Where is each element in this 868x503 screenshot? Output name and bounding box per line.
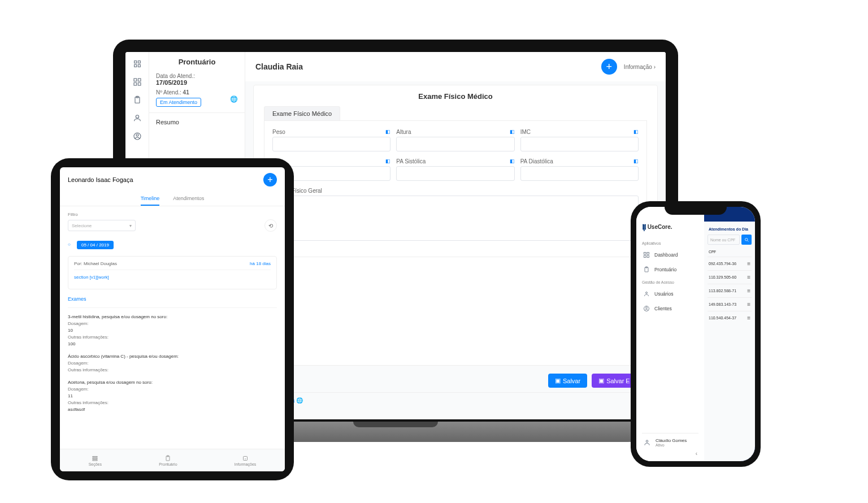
field-exame-geral: Exame Físico Geral bbox=[272, 188, 639, 242]
drawer-user[interactable]: Cláudio Gomes Ativo bbox=[642, 433, 698, 448]
dashboard-icon[interactable] bbox=[132, 77, 142, 87]
person-icon[interactable] bbox=[132, 131, 142, 141]
textarea-exame-geral[interactable] bbox=[272, 196, 639, 241]
table-row[interactable]: 092.435.794-36≡ bbox=[708, 257, 752, 270]
filter-select[interactable]: Selecione▾ bbox=[68, 220, 136, 231]
patient-name: Claudia Raia bbox=[255, 62, 303, 71]
side-panel-title: Prontuário bbox=[156, 58, 238, 66]
table-row[interactable]: 113.802.588-71≡ bbox=[708, 284, 752, 297]
clipboard-icon[interactable] bbox=[132, 95, 142, 105]
svg-point-10 bbox=[136, 115, 138, 118]
save-icon: ▣ bbox=[555, 377, 561, 384]
field-icon[interactable]: ◧ bbox=[385, 129, 390, 135]
table-row[interactable]: 149.083.143-73≡ bbox=[708, 297, 752, 311]
exam-item: Acetona, pesquisa e/ou dosagem no soro:D… bbox=[68, 379, 277, 413]
input-pa-dia[interactable] bbox=[520, 166, 639, 181]
row-menu-icon[interactable]: ≡ bbox=[747, 301, 750, 307]
users-icon[interactable] bbox=[132, 113, 142, 123]
svg-rect-5 bbox=[138, 79, 141, 81]
nav-prontuario[interactable]: Prontuário bbox=[159, 455, 177, 466]
logo-icon[interactable] bbox=[132, 59, 142, 69]
svg-rect-23 bbox=[644, 255, 646, 258]
svg-rect-3 bbox=[138, 64, 140, 67]
svg-point-31 bbox=[745, 238, 748, 241]
add-button[interactable]: + bbox=[601, 59, 617, 75]
chevron-down-icon: ▾ bbox=[129, 223, 132, 228]
svg-rect-1 bbox=[138, 61, 140, 63]
release-icon: ▣ bbox=[598, 377, 604, 384]
table-row[interactable]: 110.540.454-37≡ bbox=[708, 311, 752, 324]
row-menu-icon[interactable]: ≡ bbox=[747, 288, 750, 294]
input-peso[interactable] bbox=[272, 137, 390, 151]
exame-fisico-link[interactable]: Exame Físico bbox=[245, 408, 666, 419]
row-menu-icon[interactable]: ≡ bbox=[747, 261, 750, 267]
filter-label: Filtro bbox=[68, 212, 277, 217]
svg-point-30 bbox=[646, 440, 648, 443]
sync-button[interactable]: ⟲ bbox=[264, 219, 277, 232]
form-area: Peso◧ Altura◧ IMC◧ bbox=[264, 120, 647, 257]
section-aplicativos: Aplicativos bbox=[642, 241, 698, 245]
field-icon[interactable]: ◧ bbox=[385, 158, 390, 164]
svg-rect-22 bbox=[647, 253, 649, 255]
svg-rect-2 bbox=[134, 64, 136, 67]
field-pa-diastolica: PA Diastólica◧ bbox=[520, 158, 639, 181]
nav-informacoes[interactable]: Informações bbox=[235, 455, 257, 466]
tab-timeline[interactable]: Timeline bbox=[141, 192, 160, 206]
row-menu-icon[interactable]: ≡ bbox=[747, 274, 750, 280]
input-pa-sis[interactable] bbox=[396, 166, 514, 181]
section-link[interactable]: section [v1][work] bbox=[74, 270, 271, 284]
patient-name: Leonardo Isaac Fogaça bbox=[68, 176, 133, 183]
phone-bezel: ⁞|⁞ UseCore. Aplicativos Dashboard Pront… bbox=[631, 201, 761, 467]
field-imc: IMC◧ bbox=[520, 129, 639, 151]
field-icon[interactable]: ◧ bbox=[510, 129, 515, 135]
date-chip[interactable]: 05 / 04 / 2019 bbox=[77, 241, 114, 249]
salvar-button[interactable]: ▣Salvar bbox=[548, 374, 587, 388]
tabs: Timeline Atendimentos bbox=[60, 192, 285, 206]
svg-rect-21 bbox=[644, 253, 646, 255]
resumo-link[interactable]: Resumo bbox=[156, 119, 238, 125]
date-value: 17/05/2019 bbox=[156, 79, 238, 86]
exames-heading[interactable]: Exames bbox=[68, 293, 277, 308]
row-menu-icon[interactable]: ≡ bbox=[747, 315, 750, 321]
field-icon[interactable]: ◧ bbox=[510, 158, 515, 164]
timeline-card: Por: Michael Douglas há 18 dias section … bbox=[68, 256, 277, 289]
phone-notch bbox=[665, 201, 727, 215]
svg-rect-24 bbox=[647, 255, 649, 258]
exam-item: Ácido ascórbico (vitamina C) - pesquisa … bbox=[68, 353, 277, 374]
svg-rect-0 bbox=[134, 61, 136, 63]
brand-logo: ⁞|⁞ UseCore. bbox=[642, 223, 698, 231]
field-icon[interactable]: ◧ bbox=[633, 158, 639, 164]
info-link[interactable]: Informação bbox=[624, 64, 656, 70]
main-heading: Atendimentos do Dia bbox=[709, 227, 750, 231]
search-input[interactable]: Nome ou CPF bbox=[708, 235, 740, 245]
svg-point-12 bbox=[136, 134, 138, 136]
collapse-drawer-button[interactable]: ‹ bbox=[642, 448, 698, 457]
tab-atendimentos[interactable]: Atendimentos bbox=[173, 192, 204, 206]
footer-note: Por: Ivan Ervilha 🌐 há 3 dias bbox=[245, 392, 666, 408]
table-row[interactable]: 110.329.505-60≡ bbox=[708, 270, 752, 284]
input-imc[interactable] bbox=[520, 137, 639, 151]
menu-prontuario[interactable]: Prontuário bbox=[642, 262, 698, 277]
svg-point-27 bbox=[646, 292, 648, 294]
search-button[interactable] bbox=[741, 235, 752, 245]
field-altura: Altura◧ bbox=[396, 129, 514, 151]
field-peso: Peso◧ bbox=[272, 129, 390, 151]
menu-dashboard[interactable]: Dashboard bbox=[642, 248, 698, 262]
nav-secoes[interactable]: Seções bbox=[89, 455, 102, 466]
phone-screen: ⁞|⁞ UseCore. Aplicativos Dashboard Pront… bbox=[636, 207, 755, 461]
phone-mockup: ⁞|⁞ UseCore. Aplicativos Dashboard Pront… bbox=[631, 201, 761, 467]
tablet-bezel: Leonardo Isaac Fogaça + Timeline Atendim… bbox=[51, 158, 294, 480]
card-tab[interactable]: Exame Físico Médico bbox=[264, 106, 340, 120]
menu-clientes[interactable]: Clientes bbox=[642, 301, 698, 316]
globe-icon: 🌐 bbox=[296, 397, 303, 404]
add-button[interactable]: + bbox=[263, 173, 277, 187]
svg-rect-13 bbox=[93, 456, 97, 457]
svg-rect-6 bbox=[134, 83, 137, 85]
input-altura[interactable] bbox=[396, 137, 514, 151]
field-icon[interactable]: ◧ bbox=[633, 129, 639, 135]
tablet-header: Leonardo Isaac Fogaça + bbox=[60, 167, 285, 192]
menu-usuarios[interactable]: Usuários bbox=[642, 287, 698, 301]
nav-drawer: ⁞|⁞ UseCore. Aplicativos Dashboard Pront… bbox=[636, 207, 704, 461]
globe-icon[interactable]: 🌐 bbox=[230, 96, 238, 103]
phone-main: Atendimentos do Dia Nome ou CPF CPF 092.… bbox=[704, 207, 755, 461]
